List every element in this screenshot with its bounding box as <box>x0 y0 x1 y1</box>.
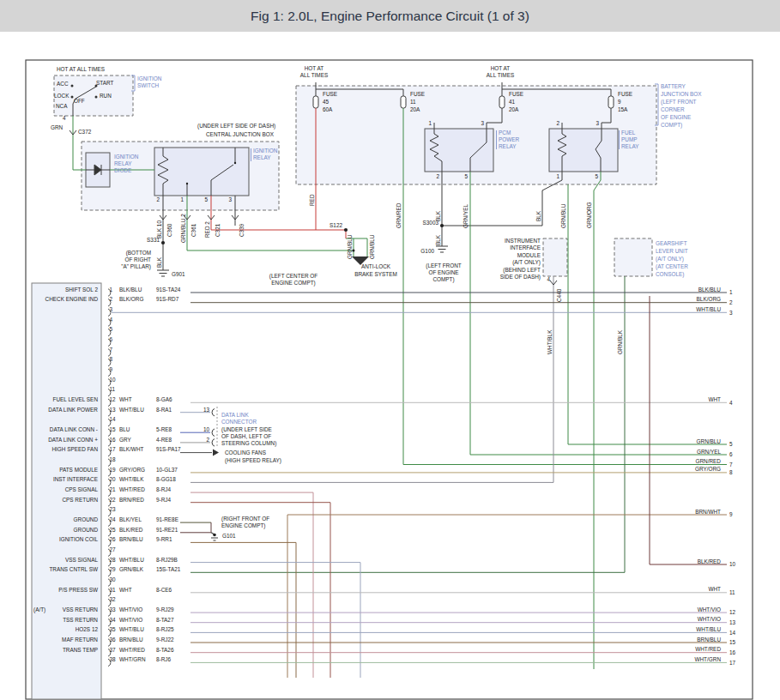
cooling-fans-label-line: (HIGH SPEED RELAY) <box>225 457 281 463</box>
right-wire-number: 7 <box>729 462 733 468</box>
diode-label-2: RELAY <box>114 160 131 166</box>
right-wire-color: BRN/WHT <box>695 509 721 515</box>
pin-number: 25 <box>110 527 116 533</box>
switch-pos-acc: ACC <box>57 81 69 87</box>
g100-location-line: (LEFT FRONT <box>426 262 461 269</box>
pin-function-label: HO2S 12 <box>76 626 98 632</box>
right-wire-color: WHT/VIO <box>698 606 721 612</box>
pin-circuit-number: 8-TA26 <box>156 647 173 653</box>
bjb-label-line: JUNCTION BOX <box>661 91 702 97</box>
pin-function-label: GROUND <box>74 527 98 533</box>
ignition-relay-label-2: RELAY <box>253 154 270 160</box>
pin-circuit-number: 5-RE8 <box>156 426 172 432</box>
pin-function-label: GROUND <box>74 516 98 522</box>
pin-wire-color: GRY <box>119 437 131 443</box>
pin-circuit-number: 91-RE21 <box>156 527 178 533</box>
pin-number: 11 <box>110 386 116 392</box>
right-wire-number: 1 <box>729 289 733 295</box>
dlc-location-line: OF DASH, LEFT OF <box>221 433 271 439</box>
vertical-wire-label: GRN/BLU <box>560 204 566 228</box>
gearshift-label-line: LEVER UNIT <box>656 248 688 254</box>
right-wire-number: 4 <box>729 400 733 406</box>
connector-c372: C372 <box>78 129 91 135</box>
pin-number: 17 <box>110 446 116 452</box>
fuel-relay-label-3: RELAY <box>621 143 638 149</box>
pin-function-prefix: (A/T) <box>33 606 45 612</box>
pin-number: 16 <box>110 437 116 443</box>
cjb-pin-3: 3 <box>228 196 232 202</box>
vertical-wire-label: C360 <box>166 224 172 237</box>
pin-number: 37 <box>110 647 116 653</box>
fuel-relay-pin-5: 5 <box>595 173 598 179</box>
pin-function-label: TSS RETURN <box>63 617 98 623</box>
switch-pos-start: START <box>96 80 113 86</box>
cooling-fans-label-line: COOLING FANS <box>225 450 266 456</box>
pcm-relay-pin-5: 5 <box>464 173 468 179</box>
pin-function-label: SHIFT SOL 2 <box>65 287 98 293</box>
right-wire-color: WHT/BLU <box>696 306 721 312</box>
pin-circuit-number: 8-RJ4 <box>156 486 171 492</box>
switch-pos-run: RUN <box>100 93 112 99</box>
pillar-location-line: OF RIGHT <box>124 256 151 262</box>
diode-label-1: IGNITION <box>114 154 138 160</box>
ignition-feed-wire-color: GRN <box>51 124 63 130</box>
ignition-relay-label-1: IGNITION <box>253 148 277 154</box>
bjb-label-line: BATTERY <box>661 83 686 89</box>
pin-number: 36 <box>110 637 116 643</box>
iim-label-line: INSTRUMENT <box>505 238 541 244</box>
pin-number: 6 <box>110 336 113 342</box>
g100-location-line: OF ENGINE <box>428 269 458 275</box>
pillar-location-line: (BOTTOM <box>126 250 151 256</box>
fuse-amp-rating: 15A <box>618 106 627 112</box>
pin-circuit-number: 9-RJ29 <box>156 606 174 612</box>
iim-pin-4: 4 <box>547 276 550 282</box>
pin-circuit-number: 4-RE8 <box>156 437 172 443</box>
fuse-number: 9 <box>618 99 621 105</box>
pin-wire-color: WHT/RED <box>119 647 145 653</box>
fuse-label: FUSE <box>323 91 337 97</box>
pin-wire-color: WHT/BLU <box>119 557 144 563</box>
right-wire-color: WHT <box>708 396 721 402</box>
pin-circuit-number: 8-RJ25 <box>156 626 174 632</box>
pin-number: 31 <box>110 587 116 593</box>
bjb-label-line: (LEFT FRONT <box>661 99 696 105</box>
cjb-location: (UNDER LEFT SIDE OF DASH) <box>197 123 275 129</box>
pin-number: 15 <box>110 426 116 432</box>
ground-g101: G101 <box>222 533 236 539</box>
fuse-label: FUSE <box>509 91 523 97</box>
pin-function-label: INST INTERFACE <box>53 476 98 482</box>
ignition-switch-label-1: IGNITION <box>137 75 161 81</box>
dlc-location-line: (UNDER LEFT SIDE <box>221 426 272 432</box>
dlc-label-line: DATA LINK <box>221 412 249 418</box>
pin-circuit-number: 9-RJ22 <box>156 637 174 643</box>
fuse-number: 41 <box>509 99 515 105</box>
abs-label-line: ANTI-LOCK <box>361 263 390 269</box>
right-wire-number: 8 <box>729 469 733 475</box>
pcm-relay-label-3: RELAY <box>499 143 516 149</box>
pin-function-label: DATA LINK POWER <box>48 407 98 413</box>
pin-number: 19 <box>110 467 116 473</box>
hot-label-ignition: HOT AT ALL TIMES <box>57 66 105 72</box>
pin-number: 22 <box>110 497 116 503</box>
vertical-wire-label: BLK 10 <box>156 220 162 238</box>
pin-wire-color: GRY/ORG <box>119 467 145 473</box>
iim-label-line: (A/T ONLY) <box>512 259 541 265</box>
pin-number: 23 <box>110 506 116 512</box>
right-wire-color: GRN/BLU <box>697 438 721 444</box>
pcm-relay-label-2: POWER <box>499 136 519 142</box>
pin-number: 29 <box>110 566 116 572</box>
dlc-pin-2: 2 <box>206 437 209 443</box>
pin-number: 21 <box>110 486 116 492</box>
pin-number: 14 <box>110 416 116 422</box>
right-wire-number: 16 <box>729 649 735 655</box>
gearshift-label-line: (A/T ONLY) <box>656 256 684 262</box>
pin-wire-color: WHT/BLK <box>119 476 143 482</box>
pin-circuit-number: 8-RA1 <box>156 407 172 413</box>
vertical-wire-label: RED 2 <box>204 221 210 238</box>
iim-label-line: SIDE OF DASH) <box>500 274 541 280</box>
pin-number: 28 <box>110 557 116 563</box>
pcm-relay-label-1: PCM <box>499 130 511 136</box>
pin-wire-color: WHT/GRN <box>119 656 146 662</box>
ground-g100: G100 <box>420 248 434 254</box>
pin-wire-color: BRN/BLU <box>119 536 143 542</box>
